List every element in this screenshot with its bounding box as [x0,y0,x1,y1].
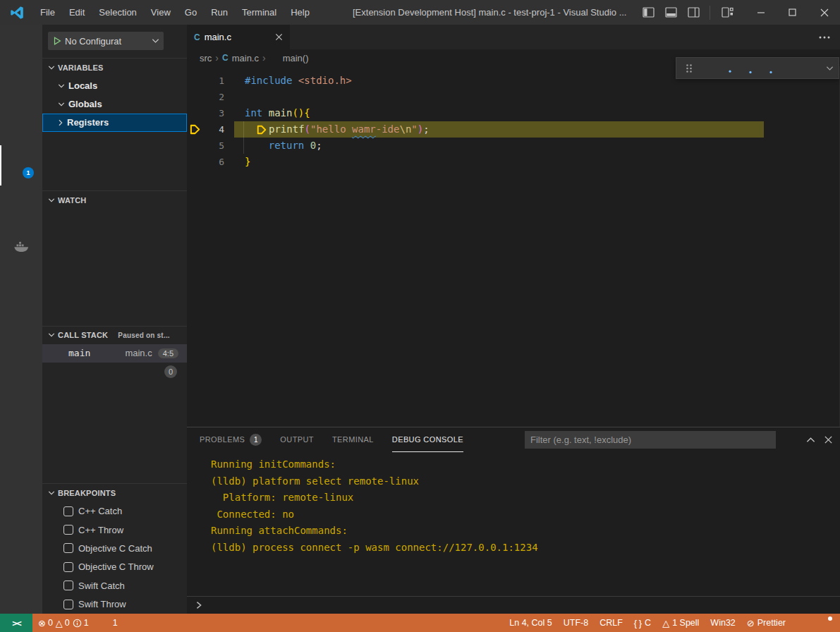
step-into-icon[interactable] [741,59,760,78]
checkbox[interactable] [63,525,73,535]
step-out-icon[interactable] [762,59,781,78]
debug-status-icon-item[interactable] [123,614,147,632]
spell-checker-status[interactable]: △ 1 Spell [657,614,705,632]
debug-console-input[interactable] [187,596,840,614]
continue-icon[interactable] [700,59,719,78]
feedback-item[interactable] [791,614,814,632]
checkbox[interactable] [63,562,73,572]
menu-run[interactable]: Run [204,0,235,25]
maximize-panel-chevron-up-icon[interactable] [806,437,815,443]
checkbox[interactable] [63,543,73,553]
encoding[interactable]: UTF-8 [558,614,594,632]
breakpoint-objc-throw[interactable]: Objective C Throw [42,558,187,576]
breadcrumb-folder[interactable]: src [200,53,212,63]
breadcrumb-file[interactable]: main.c [232,53,259,63]
line-number: 3 [202,105,224,121]
explorer-icon[interactable] [0,25,42,65]
language-mode[interactable]: { } C [628,614,657,632]
formatter-label: Prettier [757,618,786,628]
star-icon[interactable] [0,306,42,346]
watch-section-header[interactable]: WATCH [42,190,187,209]
code-line-4-current: 4 printf("hello wamr-ide\n"); [187,121,839,138]
minimize-button[interactable] [745,0,777,25]
tab-label: main.c [205,32,231,42]
start-debugging-icon[interactable] [52,36,62,46]
breakpoint-cpp-throw[interactable]: C++ Throw [42,521,187,539]
breakpoint-label: Swift Throw [78,599,126,609]
copy-icon[interactable] [171,63,181,73]
variables-section-title: VARIABLES [58,63,104,72]
formatter-status[interactable]: ⊘ Prettier [741,614,791,632]
close-panel-icon[interactable] [824,435,833,444]
bottom-panel: PROBLEMS 1 OUTPUT TERMINAL DEBUG CONSOLE [187,427,840,614]
call-stack-section-header[interactable]: CALL STACK Paused on st... [42,326,187,344]
disconnect-icon[interactable] [803,59,822,78]
eol-sequence[interactable]: CRLF [594,614,628,632]
console-line: Running initCommands: [211,456,840,473]
breakpoint-objc-catch[interactable]: Objective C Catch [42,539,187,557]
platform-status[interactable]: Win32 [705,614,741,632]
variables-section-header[interactable]: VARIABLES [42,59,187,77]
breakpoint-swift-catch[interactable]: Swift Catch [42,576,187,595]
customize-layout-icon[interactable] [710,7,745,18]
checkbox[interactable] [63,581,73,590]
checkbox[interactable] [63,600,73,609]
stack-frame-row[interactable]: main main.c 4:5 [42,344,187,363]
docker-icon[interactable] [0,226,42,266]
debug-current-line-arrow-icon[interactable] [187,124,202,135]
menu-edit[interactable]: Edit [62,0,92,25]
run-and-debug-icon[interactable]: 1 [0,145,42,186]
close-tab-icon[interactable] [275,33,283,41]
chevron-down-icon [48,332,55,338]
maximize-button[interactable] [777,0,808,25]
run-or-debug-icon[interactable] [743,31,762,44]
source-control-icon[interactable] [0,105,42,145]
toolbar-drag-handle[interactable] [679,59,698,78]
variables-item-locals[interactable]: Locals [42,77,187,95]
launch-configuration-dropdown[interactable]: No Configurat [48,32,164,50]
menu-help[interactable]: Help [284,0,317,25]
menu-go[interactable]: Go [178,0,204,25]
tab-main-c[interactable]: C main.c [187,25,290,49]
checkbox[interactable] [63,506,73,516]
notifications-item[interactable] [814,614,840,632]
session-badge-row: 0 [42,363,187,381]
editor-settings-gear-icon[interactable] [773,31,785,43]
breakpoint-swift-throw[interactable]: Swift Throw [42,595,187,614]
variables-item-globals[interactable]: Globals [42,95,187,114]
menu-file[interactable]: File [33,0,62,25]
breadcrumb-symbol[interactable]: main() [283,53,309,63]
settings-gear-icon[interactable] [0,573,42,614]
menu-terminal[interactable]: Terminal [235,0,284,25]
debug-toolbar-chevron-icon[interactable] [824,59,836,78]
close-window-button[interactable] [808,0,840,25]
problems-status[interactable]: ⊗ 0 △ 0 1 [32,614,95,632]
step-over-icon[interactable] [720,59,739,78]
breakpoint-cpp-catch[interactable]: C++ Catch [42,502,187,520]
tab-output[interactable]: OUTPUT [280,427,314,452]
more-actions-icon[interactable] [819,36,830,39]
remote-explorer-icon[interactable] [0,186,42,226]
account-icon[interactable] [0,533,42,573]
extensions-icon[interactable] [0,266,42,306]
tab-terminal[interactable]: TERMINAL [332,427,374,452]
restart-icon[interactable] [782,59,801,78]
split-editor-icon[interactable] [796,32,808,43]
search-icon[interactable] [0,65,42,105]
cursor-position[interactable]: Ln 4, Col 5 [504,614,557,632]
symbol-cube-icon [269,53,279,63]
code-editor[interactable]: 1 #include <stdio.h> 2 3 int main(){ 4 [187,66,840,427]
locals-label: Locals [68,80,97,91]
menu-view[interactable]: View [144,0,178,25]
tab-debug-console[interactable]: DEBUG CONSOLE [392,427,463,452]
menu-selection[interactable]: Selection [92,0,143,25]
tab-problems[interactable]: PROBLEMS 1 [200,427,262,452]
remote-indicator[interactable]: >< [0,614,32,632]
clear-console-icon[interactable] [786,435,798,446]
debug-gear-icon[interactable] [169,35,181,47]
breakpoints-section-header[interactable]: BREAKPOINTS [42,483,187,502]
tools-status[interactable]: 1 [95,614,123,632]
console-filter-input[interactable] [525,431,776,449]
variables-item-registers[interactable]: Registers [42,114,187,132]
debug-console-output[interactable]: Running initCommands: (lldb) platform se… [187,452,840,596]
